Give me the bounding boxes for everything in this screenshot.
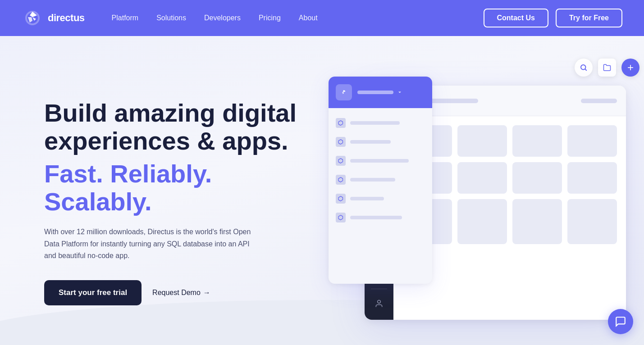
sidebar-bottom [365,287,393,320]
grid-cell-3 [512,125,562,157]
grid-cell-11 [512,199,562,244]
arrow-icon: → [203,289,210,297]
sidebar-icon-user[interactable] [370,295,388,313]
cube-icon-6 [338,215,343,220]
hero-description: With over 12 million downloads, Directus… [44,226,251,262]
secondary-title-bar [357,91,393,94]
row-bar-6 [350,216,402,219]
row-icon-5 [336,194,346,204]
hero-buttons: Start your free trial Request Demo → [44,280,306,305]
secondary-logo-icon [340,88,348,96]
nav-item-platform[interactable]: Platform [112,14,139,22]
row-icon-2 [336,137,346,147]
request-demo-label: Request Demo [152,289,201,297]
secondary-dropdown [357,90,402,95]
row-icon-6 [336,213,346,222]
hero-visual: + [329,50,644,338]
row-bar-2 [350,140,391,144]
search-icon [580,64,588,72]
add-toolbar-button[interactable]: + [621,59,639,77]
hero-content: Build amazing digital experiences & apps… [44,72,306,305]
grid-cell-6 [457,162,507,194]
logo-text: directus [48,12,85,24]
nav-actions: Contact Us Try for Free [484,9,622,27]
try-free-button[interactable]: Try for Free [556,9,622,27]
row-icon-4 [336,175,346,185]
row-icon-3 [336,156,346,166]
svg-point-7 [378,300,381,304]
secondary-row-3 [329,151,432,170]
grid-cell-4 [567,125,617,157]
grid-cell-8 [567,162,617,194]
cube-icon-4 [338,177,343,182]
logo-icon [22,7,43,29]
row-bar-1 [350,121,400,125]
hero-heading-line1: Build amazing digital [44,99,306,127]
svg-line-1 [585,69,586,70]
row-bar-3 [350,159,409,163]
hero-heading: Build amazing digital experiences & apps… [44,99,306,154]
secondary-rows [329,108,432,232]
folder-toolbar-button[interactable] [598,59,616,77]
chat-icon [615,316,626,327]
row-bar-4 [350,178,395,182]
hero-heading-line2: experiences & apps. [44,127,306,155]
svg-point-0 [581,65,586,70]
plus-icon: + [627,62,634,73]
secondary-row-5 [329,189,432,208]
secondary-logo [336,84,352,100]
dropdown-chevron-icon [397,90,402,95]
cube-icon-5 [338,196,343,201]
row-bar-5 [350,197,384,200]
grid-cell-12 [567,199,617,244]
cube-icon-3 [338,158,343,163]
secondary-row-2 [329,132,432,151]
floating-toolbar: + [575,59,639,77]
request-demo-button[interactable]: Request Demo → [152,289,210,297]
secondary-row-4 [329,170,432,189]
chat-bubble[interactable] [608,309,633,334]
cube-icon-2 [338,139,343,145]
grid-cell-7 [512,162,562,194]
folder-icon [603,64,611,72]
contact-button[interactable]: Contact Us [484,9,548,27]
cube-icon [338,120,343,126]
app-window-secondary [329,77,432,284]
secondary-row-1 [329,113,432,132]
search-toolbar-button[interactable] [575,59,593,77]
secondary-header [329,77,432,108]
row-icon-1 [336,118,346,128]
nav-links: Platform Solutions Developers Pricing Ab… [112,14,484,22]
navbar: directus Platform Solutions Developers P… [0,0,644,36]
topbar-bar-1 [424,99,478,103]
grid-cell-2 [457,125,507,157]
logo-link[interactable]: directus [22,7,85,29]
sidebar-divider [371,289,387,289]
nav-item-about[interactable]: About [299,14,318,22]
grid-cell-10 [457,199,507,244]
user-icon [375,299,384,308]
start-trial-button[interactable]: Start your free trial [44,280,142,305]
secondary-row-6 [329,208,432,227]
hero-heading-accent: Fast. Reliably. Scalably. [44,160,306,215]
topbar-bar-2 [581,99,617,103]
nav-item-solutions[interactable]: Solutions [156,14,186,22]
nav-item-pricing[interactable]: Pricing [259,14,281,22]
nav-item-developers[interactable]: Developers [204,14,241,22]
hero-section: Build amazing digital experiences & apps… [0,36,644,345]
